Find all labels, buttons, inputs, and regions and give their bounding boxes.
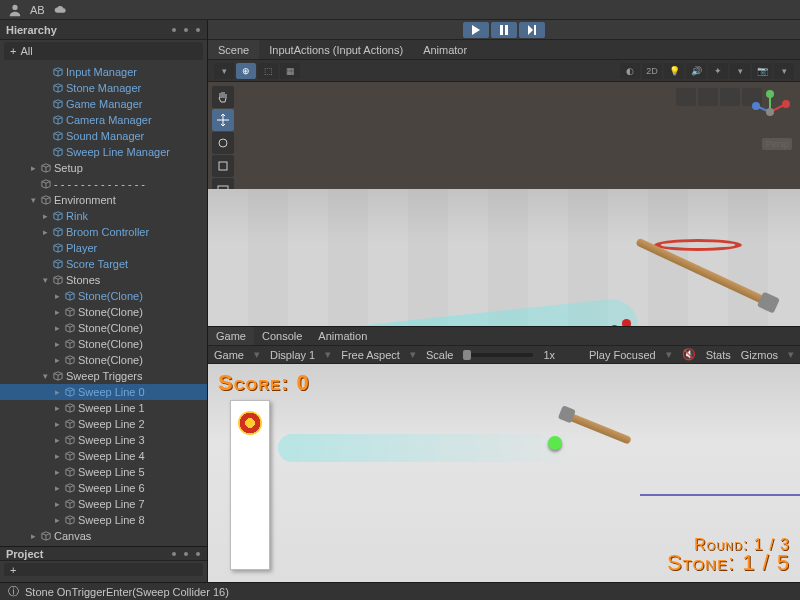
tab-console[interactable]: Console: [254, 327, 310, 345]
hierarchy-item[interactable]: ▸Sweep Line 5: [0, 464, 207, 480]
hierarchy-item[interactable]: ▸Stone(Clone): [0, 320, 207, 336]
hierarchy-item[interactable]: ▾Sweep Triggers: [0, 368, 207, 384]
mute-icon[interactable]: 🔇: [682, 348, 696, 361]
hierarchy-item[interactable]: ▸Broom Controller: [0, 224, 207, 240]
hierarchy-panel: Hierarchy + All Input ManagerStone Manag…: [0, 20, 207, 546]
tab-animation[interactable]: Animation: [310, 327, 375, 345]
overlay-btn-1[interactable]: [676, 88, 696, 106]
layers-dropdown[interactable]: ▾: [730, 63, 750, 79]
scene-view[interactable]: Persp: [208, 82, 800, 326]
step-button[interactable]: [519, 22, 545, 38]
tab-game[interactable]: Game: [208, 327, 254, 345]
svg-point-13: [752, 102, 760, 110]
display-select[interactable]: Display 1: [270, 349, 315, 361]
fx-toggle[interactable]: ✦: [708, 63, 728, 79]
tab-animator[interactable]: Animator: [413, 40, 477, 59]
hierarchy-item[interactable]: ▸Sweep Line 1: [0, 400, 207, 416]
hierarchy-tree[interactable]: Input ManagerStone ManagerGame ManagerCa…: [0, 62, 207, 546]
hierarchy-item[interactable]: ▸Sweep Line 6: [0, 480, 207, 496]
orientation-gizmo[interactable]: [746, 88, 794, 136]
scale-slider[interactable]: [463, 353, 533, 357]
hierarchy-item[interactable]: ▸Sweep Line 8: [0, 512, 207, 528]
grid-button[interactable]: ▦: [280, 63, 300, 79]
handle-button[interactable]: ⬚: [258, 63, 278, 79]
plus-icon[interactable]: +: [10, 564, 16, 576]
stats-toggle[interactable]: Stats: [706, 349, 731, 361]
camera-icon[interactable]: 📷: [752, 63, 772, 79]
status-message: Stone OnTriggerEnter(Sweep Collider 16): [25, 586, 229, 598]
hierarchy-item[interactable]: Stone Manager: [0, 80, 207, 96]
search-placeholder: All: [20, 45, 32, 57]
hierarchy-item[interactable]: ▾Stones: [0, 272, 207, 288]
minimap-target-icon: [238, 411, 262, 435]
hierarchy-item[interactable]: Score Target: [0, 256, 207, 272]
hierarchy-item[interactable]: Sweep Line Manager: [0, 144, 207, 160]
hierarchy-item[interactable]: ▾Environment: [0, 192, 207, 208]
scale-value: 1x: [543, 349, 555, 361]
aspect-select[interactable]: Free Aspect: [341, 349, 400, 361]
project-search[interactable]: +: [4, 563, 203, 576]
svg-point-14: [766, 108, 774, 116]
hierarchy-item[interactable]: ▸Stone(Clone): [0, 304, 207, 320]
hierarchy-item[interactable]: Input Manager: [0, 64, 207, 80]
hierarchy-item[interactable]: ▸Stone(Clone): [0, 352, 207, 368]
overlay-btn-3[interactable]: [720, 88, 740, 106]
cloud-icon[interactable]: [53, 3, 67, 17]
trajectory-marker: [622, 319, 631, 326]
2d-toggle[interactable]: 2D: [642, 63, 662, 79]
blue-line: [640, 494, 800, 496]
hierarchy-item[interactable]: ▸Rink: [0, 208, 207, 224]
hierarchy-search[interactable]: + All: [4, 42, 203, 60]
play-button[interactable]: [463, 22, 489, 38]
perspective-label[interactable]: Persp: [762, 138, 792, 150]
hierarchy-item[interactable]: Sound Manager: [0, 128, 207, 144]
tool-dropdown[interactable]: ▾: [214, 63, 234, 79]
project-header[interactable]: Project: [0, 547, 207, 561]
hierarchy-item[interactable]: ▸Stone(Clone): [0, 336, 207, 352]
hud-score: Score: 0: [218, 370, 310, 396]
lighting-toggle[interactable]: 💡: [664, 63, 684, 79]
hierarchy-item[interactable]: ▸Canvas: [0, 528, 207, 544]
hierarchy-item[interactable]: ▸Setup: [0, 160, 207, 176]
move-tool[interactable]: [212, 109, 234, 131]
scale-label: Scale: [426, 349, 454, 361]
tab-input-actions[interactable]: InputActions (Input Actions): [259, 40, 413, 59]
hierarchy-item[interactable]: ▸Sweep Line 7: [0, 496, 207, 512]
tab-scene[interactable]: Scene: [208, 40, 259, 59]
pause-button[interactable]: [491, 22, 517, 38]
account-icon[interactable]: [8, 3, 22, 17]
gizmos-dropdown[interactable]: ▾: [774, 63, 794, 79]
hand-tool[interactable]: [212, 86, 234, 108]
hierarchy-item[interactable]: ▸Sweep Line 3: [0, 432, 207, 448]
scene-toolbar: ▾ ⊕ ⬚ ▦ ◐ 2D 💡 🔊 ✦ ▾ 📷 ▾: [208, 60, 800, 82]
hierarchy-item[interactable]: - - - - - - - - - - - - - -: [0, 176, 207, 192]
svg-point-4: [219, 139, 227, 147]
hierarchy-item[interactable]: Game Manager: [0, 96, 207, 112]
hierarchy-item[interactable]: Player: [0, 240, 207, 256]
hierarchy-item[interactable]: ▸Sweep Line 0: [0, 384, 207, 400]
game-view[interactable]: Score: 0 Round: 1 / 3 Stone: 1 / 5: [208, 364, 800, 582]
hierarchy-item[interactable]: Camera Manager: [0, 112, 207, 128]
hierarchy-header[interactable]: Hierarchy: [0, 20, 207, 40]
audio-toggle[interactable]: 🔊: [686, 63, 706, 79]
minimap: [230, 400, 270, 570]
game-mode[interactable]: Game: [214, 349, 244, 361]
draw-mode[interactable]: ◐: [620, 63, 640, 79]
rotate-tool[interactable]: [212, 132, 234, 154]
gizmos-toggle[interactable]: Gizmos: [741, 349, 778, 361]
svg-point-9: [782, 100, 790, 108]
account-label: AB: [30, 4, 45, 16]
hierarchy-item[interactable]: ▸Sweep Line 4: [0, 448, 207, 464]
svg-rect-2: [505, 25, 508, 35]
svg-rect-1: [500, 25, 503, 35]
scale-tool[interactable]: [212, 155, 234, 177]
plus-icon[interactable]: +: [10, 45, 16, 57]
overlay-btn-2[interactable]: [698, 88, 718, 106]
status-bar: ⓘ Stone OnTriggerEnter(Sweep Collider 16…: [0, 582, 800, 600]
hierarchy-item[interactable]: ▸Stone(Clone): [0, 288, 207, 304]
pivot-button[interactable]: ⊕: [236, 63, 256, 79]
hierarchy-item[interactable]: ▸Sweep Line 2: [0, 416, 207, 432]
svg-rect-5: [219, 162, 227, 170]
editor-tabs: Scene InputActions (Input Actions) Anima…: [208, 40, 800, 60]
play-focused[interactable]: Play Focused: [589, 349, 656, 361]
